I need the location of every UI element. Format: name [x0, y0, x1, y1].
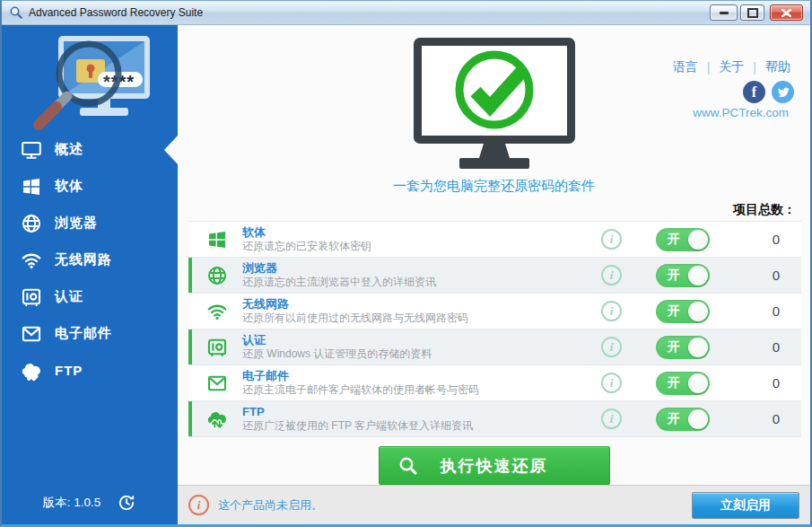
header-links: 语言|关于|帮助: [673, 59, 790, 75]
check-update-icon[interactable]: [117, 493, 136, 513]
info-icon[interactable]: i: [601, 265, 622, 285]
feature-row-browser: 浏览器还原遗忘的主流浏览器中登入的详细资讯i开0: [188, 258, 801, 294]
feature-text: 认证还原 Windows 认证管理员的存储的资料: [242, 333, 601, 361]
safe-icon: [20, 286, 43, 308]
total-items-label: 项目总数：: [178, 202, 796, 218]
feature-row-credentials: 认证还原 Windows 认证管理员的存储的资料i开0: [188, 329, 801, 365]
main-panel: 语言|关于|帮助 f www.PCTrek.com: [178, 25, 810, 524]
globe-icon: [20, 213, 43, 234]
feature-toggle[interactable]: 开: [656, 264, 710, 287]
feature-text: 浏览器还原遗忘的主流浏览器中登入的详细资讯: [242, 261, 601, 289]
header-link-language[interactable]: 语言: [673, 59, 698, 75]
feature-row-wireless: 无线网路还原所有以前使用过的无线网路与无线网路密码i开0: [188, 294, 801, 329]
app-icon: [9, 5, 23, 20]
footer-bar: i 这个产品尚未启用。 立刻启用: [178, 485, 810, 524]
close-button[interactable]: [770, 4, 803, 21]
feature-text: 软体还原遗忘的已安装软体密钥: [242, 225, 601, 253]
twitter-icon[interactable]: [772, 81, 794, 103]
toggle-on-label: 开: [668, 232, 680, 248]
social-links: f: [743, 81, 794, 103]
wifi-icon: [20, 250, 43, 271]
cloud-ftp-icon: [20, 360, 43, 382]
info-icon[interactable]: i: [601, 229, 622, 250]
toggle-on-label: 开: [668, 268, 680, 284]
feature-toggle[interactable]: 开: [656, 336, 710, 359]
sidebar-item-label: FTP: [55, 363, 83, 378]
info-icon[interactable]: i: [601, 301, 622, 321]
feature-row-ftp: FTP还原广泛被使用的 FTP 客户端软体登入详细资讯i开0: [188, 401, 801, 437]
app-logo: ****: [2, 25, 178, 131]
feature-toggle[interactable]: 开: [656, 300, 710, 323]
toggle-knob: [688, 338, 708, 357]
toggle-on-label: 开: [668, 375, 680, 391]
feature-row-software: 软体还原遗忘的已安装软体密钥i开0: [188, 221, 801, 258]
feature-toggle[interactable]: 开: [656, 372, 710, 395]
close-icon: [781, 9, 791, 17]
maximize-icon: [747, 8, 758, 18]
toggle-knob: [688, 302, 708, 321]
feature-title: 浏览器: [242, 261, 601, 276]
feature-text: 电子邮件还原主流电子邮件客户端软体的使用者帐号与密码: [242, 369, 601, 397]
sidebar-item-email[interactable]: 电子邮件: [2, 315, 178, 352]
feature-list: 软体还原遗忘的已安装软体密钥i开0浏览器还原遗忘的主流浏览器中登入的详细资讯i开…: [188, 221, 801, 437]
feature-text: 无线网路还原所有以前使用过的无线网路与无线网路密码: [242, 297, 601, 325]
logo-magnifier-monitor-graphic: ****: [24, 31, 155, 133]
quick-recover-button[interactable]: 执行快速还原: [379, 446, 610, 485]
active-item-arrow: [164, 136, 178, 164]
toggle-knob: [688, 230, 708, 250]
sidebar-item-label: 无线网路: [55, 251, 112, 268]
feature-title: 软体: [242, 225, 601, 240]
feature-description: 还原主流电子邮件客户端软体的使用者帐号与密码: [242, 383, 601, 397]
sidebar-item-browser[interactable]: 浏览器: [2, 205, 178, 242]
minimize-button[interactable]: [710, 4, 738, 21]
envelope-icon: [205, 371, 230, 396]
feature-title: 认证: [242, 333, 601, 347]
header-link-separator: |: [707, 60, 711, 75]
sidebar-item-credentials[interactable]: 认证: [2, 278, 178, 315]
feature-toggle[interactable]: 开: [656, 408, 710, 431]
envelope-icon: [20, 323, 43, 345]
windows-icon: [205, 227, 230, 252]
website-link[interactable]: www.PCTrek.com: [693, 106, 789, 119]
feature-count: 0: [751, 339, 801, 355]
feature-count: 0: [751, 411, 801, 426]
feature-toggle[interactable]: 开: [656, 228, 710, 251]
feature-count: 0: [751, 303, 801, 319]
sidebar-nav: 概述软体浏览器无线网路认证电子邮件FTP: [2, 131, 178, 389]
sidebar-item-software[interactable]: 软体: [2, 168, 178, 205]
sidebar-item-label: 认证: [55, 288, 83, 305]
monitor-icon: [20, 139, 43, 161]
sidebar-item-label: 浏览器: [55, 215, 98, 232]
magnifier-icon: [397, 455, 419, 477]
globe-icon: [205, 263, 230, 288]
toggle-knob: [688, 409, 708, 429]
toggle-knob: [688, 373, 708, 393]
sidebar-item-ftp[interactable]: FTP: [2, 352, 178, 389]
toggle-on-label: 开: [668, 339, 680, 356]
feature-count: 0: [751, 268, 801, 283]
feature-title: 无线网路: [242, 297, 601, 312]
facebook-icon[interactable]: f: [743, 81, 765, 103]
title-bar: Advanced Password Recovery Suite: [2, 1, 810, 25]
feature-description: 还原遗忘的已安装软体密钥: [242, 240, 601, 253]
monitor-check-graphic: [405, 38, 584, 172]
sidebar-item-overview[interactable]: 概述: [2, 131, 178, 168]
sidebar-item-label: 电子邮件: [55, 325, 112, 342]
wifi-icon: [205, 299, 230, 324]
header-link-help[interactable]: 帮助: [765, 59, 790, 75]
header-link-separator: |: [753, 60, 756, 75]
header-link-about[interactable]: 关于: [719, 59, 744, 75]
safe-icon: [205, 335, 230, 360]
sidebar-item-wireless[interactable]: 无线网路: [2, 242, 178, 278]
activate-now-button[interactable]: 立刻启用: [692, 492, 799, 519]
windows-icon: [20, 176, 43, 198]
feature-description: 还原所有以前使用过的无线网路与无线网路密码: [242, 312, 601, 325]
version-label: 版本: 1.0.5: [43, 495, 101, 511]
info-icon[interactable]: i: [601, 408, 622, 429]
info-icon[interactable]: i: [601, 337, 622, 357]
app-window: Advanced Password Recovery Suite: [0, 0, 812, 527]
warning-info-icon: i: [188, 495, 209, 515]
sidebar: **** 概述软体浏览器无线网路认证电子邮件FTP 版本: 1.0.5: [2, 25, 178, 524]
info-icon[interactable]: i: [601, 373, 622, 393]
maximize-button[interactable]: [740, 4, 764, 21]
